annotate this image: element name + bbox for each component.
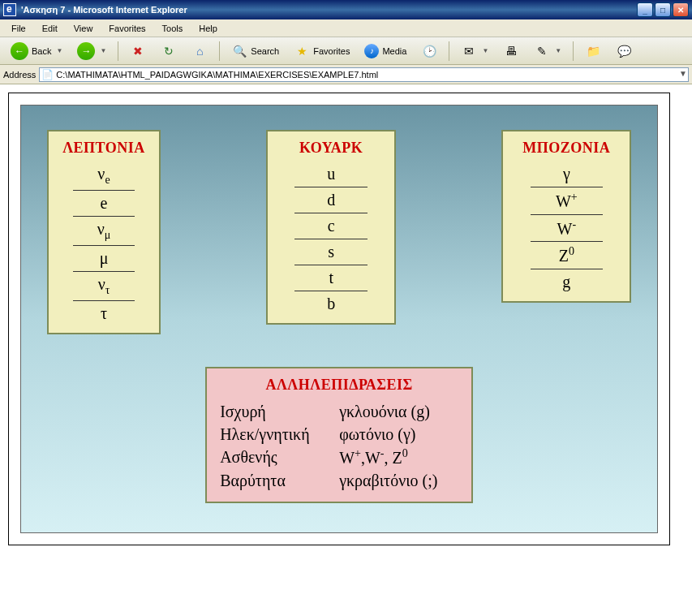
home-icon: ⌂ (191, 43, 208, 59)
close-button[interactable]: ✕ (673, 2, 689, 17)
menu-help[interactable]: Help (191, 22, 226, 35)
list-item: u (279, 163, 383, 185)
viewport[interactable]: ΛΕΠΤΟΝΙΑ νeeνμμνττ ΚΟΥΑΡΚ udcstb ΜΠΟΖΟΝΙ… (0, 84, 692, 616)
folder-icon: 📁 (585, 43, 601, 59)
carrier-name: γκραβιτόνιο (;) (339, 469, 458, 492)
menu-file[interactable]: File (3, 22, 34, 35)
divider (294, 265, 367, 265)
back-icon: ← (11, 42, 28, 60)
quarks-list: udcstb (279, 163, 383, 315)
quarks-title: ΚΟΥΑΡΚ (279, 140, 383, 157)
stop-button[interactable]: ✖ (124, 41, 152, 62)
carrier-name: γκλουόνια (g) (339, 400, 458, 423)
menu-tools[interactable]: Tools (154, 22, 191, 35)
chevron-down-icon: ▼ (56, 47, 62, 54)
list-item: d (279, 189, 383, 211)
history-icon: 🕑 (421, 43, 437, 59)
list-item: Z0 (514, 243, 618, 267)
menu-view[interactable]: View (66, 22, 101, 35)
divider (73, 245, 135, 246)
search-button[interactable]: 🔍 Search (226, 41, 285, 62)
carrier-name: W+,W-, Z0 (339, 446, 458, 469)
star-icon: ★ (294, 43, 310, 59)
forward-icon: → (77, 42, 95, 60)
separator (219, 41, 220, 61)
list-item: W- (514, 217, 618, 240)
mail-button[interactable]: ✉ ▼ (455, 41, 494, 62)
back-button[interactable]: ← Back ▼ (5, 41, 68, 62)
divider (294, 239, 367, 239)
carrier-name: φωτόνιο (γ) (339, 423, 458, 446)
quarks-card: ΚΟΥΑΡΚ udcstb (266, 130, 396, 325)
document-frame: ΛΕΠΤΟΝΙΑ νeeνμμνττ ΚΟΥΑΡΚ udcstb ΜΠΟΖΟΝΙ… (8, 93, 670, 545)
list-item: νe (60, 163, 148, 188)
refresh-button[interactable]: ↻ (155, 41, 183, 62)
list-item: g (514, 271, 618, 293)
divider (294, 213, 367, 213)
print-icon: 🖶 (503, 43, 519, 59)
media-icon: ♪ (364, 44, 379, 58)
divider (531, 187, 604, 187)
address-bar: Address 📄 ▼ (0, 65, 692, 84)
separator (573, 41, 574, 61)
edit-button[interactable]: ✎ ▼ (528, 41, 567, 62)
forward-button[interactable]: → ▼ (71, 41, 112, 62)
search-icon: 🔍 (231, 43, 247, 59)
divider (294, 187, 367, 187)
discuss-button[interactable]: 💬 (610, 41, 638, 62)
menu-edit[interactable]: Edit (34, 22, 66, 35)
list-item: μ (60, 248, 148, 269)
menu-bar: File Edit View Favorites Tools Help (0, 19, 692, 37)
toolbar: ← Back ▼ → ▼ ✖ ↻ ⌂ 🔍 Search ★ Favorites … (0, 37, 692, 65)
divider (73, 271, 135, 272)
force-name: Ασθενής (220, 446, 339, 469)
list-item: ντ (60, 274, 148, 299)
interaction-row: Βαρύτηταγκραβιτόνιο (;) (220, 469, 458, 492)
menu-favorites[interactable]: Favorites (101, 22, 153, 35)
window-titlebar: 'Aσκηση 7 - Microsoft Internet Explorer … (0, 0, 692, 19)
interaction-row: Ηλεκ/γνητικήφωτόνιο (γ) (220, 423, 458, 446)
separator (118, 41, 118, 61)
home-button[interactable]: ⌂ (186, 41, 213, 62)
app-icon (3, 3, 16, 16)
edit-icon: ✎ (534, 43, 550, 59)
search-label: Search (251, 46, 279, 56)
list-item: W+ (514, 189, 618, 213)
interaction-row: ΑσθενήςW+,W-, Z0 (220, 446, 458, 469)
leptons-card: ΛΕΠΤΟΝΙΑ νeeνμμνττ (47, 130, 161, 334)
list-item: c (279, 215, 383, 237)
page-icon: 📄 (41, 68, 54, 81)
interaction-row: Ισχυρήγκλουόνια (g) (220, 400, 458, 423)
chevron-down-icon[interactable]: ▼ (679, 69, 687, 78)
refresh-icon: ↻ (161, 43, 177, 59)
interactions-list: Ισχυρήγκλουόνια (g)Ηλεκ/γνητικήφωτόνιο (… (220, 400, 458, 492)
favorites-button[interactable]: ★ Favorites (288, 41, 355, 62)
list-item: τ (60, 303, 148, 325)
divider (531, 214, 604, 215)
bosons-card: ΜΠΟΖΟΝΙΑ γW+W-Z0g (501, 130, 631, 303)
maximize-button[interactable]: □ (655, 2, 671, 17)
divider (73, 300, 135, 301)
history-button[interactable]: 🕑 (415, 41, 443, 62)
list-item: t (279, 267, 383, 289)
discuss-icon: 💬 (616, 43, 632, 59)
leptons-title: ΛΕΠΤΟΝΙΑ (60, 140, 148, 157)
interactions-card: ΑΛΛΗΛΕΠΙΔΡΑΣΕΙΣ Ισχυρήγκλουόνια (g)Ηλεκ/… (205, 367, 473, 503)
list-item: γ (514, 163, 618, 185)
address-input[interactable] (39, 67, 689, 82)
favorites-label: Favorites (313, 46, 350, 56)
list-item: νμ (60, 218, 148, 243)
minimize-button[interactable]: _ (637, 2, 653, 17)
print-button[interactable]: 🖶 (497, 41, 525, 62)
media-label: Media (382, 46, 406, 56)
particle-cards-row: ΛΕΠΤΟΝΙΑ νeeνμμνττ ΚΟΥΑΡΚ udcstb ΜΠΟΖΟΝΙ… (47, 130, 631, 334)
chevron-down-icon: ▼ (100, 47, 106, 54)
stop-icon: ✖ (130, 43, 146, 59)
folder-button[interactable]: 📁 (579, 41, 607, 62)
back-label: Back (32, 46, 51, 56)
divider (73, 216, 135, 217)
bosons-list: γW+W-Z0g (514, 163, 618, 293)
bosons-title: ΜΠΟΖΟΝΙΑ (514, 140, 618, 157)
address-label: Address (3, 70, 36, 80)
media-button[interactable]: ♪ Media (359, 41, 412, 62)
